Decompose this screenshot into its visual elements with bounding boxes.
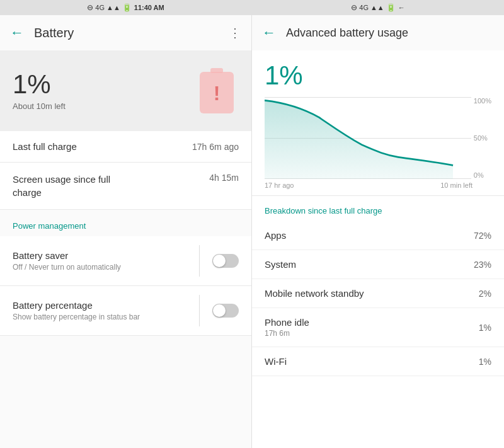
apps-info: Apps xyxy=(265,230,474,241)
toggle-knob-1 xyxy=(213,255,226,267)
circle-icon-left: ⊖ xyxy=(87,3,93,12)
battery-percent: 1% xyxy=(13,71,66,98)
wifi-icon-left: ▲▲ xyxy=(106,4,120,11)
battery-icon-left: 🔋 xyxy=(122,3,132,12)
battery-saver-toggle[interactable] xyxy=(212,254,239,268)
battery-icon-right: 🔋 xyxy=(386,3,396,12)
signal-icon-left: 4G xyxy=(95,4,105,11)
battery-pct-label: Battery percentage xyxy=(13,300,186,311)
power-management-title: Power management xyxy=(13,221,86,231)
system-name: System xyxy=(265,259,474,270)
screen-usage-value: 4h 15m xyxy=(209,173,239,183)
chart-time-labels: 17 hr ago 10 min left xyxy=(265,181,491,189)
wifi-name: Wi-Fi xyxy=(265,356,479,367)
phone-idle-info: Phone idle 17h 6m xyxy=(265,317,479,338)
mobile-name: Mobile network standby xyxy=(265,288,479,299)
apps-name: Apps xyxy=(265,230,474,241)
apps-pct: 72% xyxy=(474,231,491,241)
svg-rect-1 xyxy=(210,68,223,73)
battery-saver-info: Battery saver Off / Never turn on automa… xyxy=(13,250,186,272)
chart-area: 100% 50% 0% xyxy=(265,97,491,179)
wifi-info: Wi-Fi xyxy=(265,356,479,367)
toggle-knob-2 xyxy=(213,304,226,317)
circle-icon-right: ⊖ xyxy=(351,3,357,12)
setting-screen-usage: Screen usage since full charge 4h 15m xyxy=(0,163,251,210)
battery-pct-sublabel: Show battery percentage in status bar xyxy=(13,313,186,321)
breakdown-wifi[interactable]: Wi-Fi 1% xyxy=(252,347,504,376)
phone-idle-pct: 1% xyxy=(479,323,491,333)
chart-time-end: 10 min left xyxy=(440,181,472,189)
setting-last-charge: Last full charge 17h 6m ago xyxy=(0,131,251,163)
last-charge-label: Last full charge xyxy=(13,141,185,152)
divider-1 xyxy=(199,245,200,277)
divider-2 xyxy=(199,295,200,326)
system-info: System xyxy=(265,259,474,270)
back-button-right[interactable]: ← xyxy=(262,25,276,41)
system-pct: 23% xyxy=(474,260,491,270)
chart-label-50: 50% xyxy=(474,134,491,142)
mobile-pct: 2% xyxy=(479,289,491,299)
breakdown-apps[interactable]: Apps 72% xyxy=(252,221,504,250)
mobile-info: Mobile network standby xyxy=(265,288,479,299)
svg-text:!: ! xyxy=(214,82,220,105)
chart-label-100: 100% xyxy=(474,97,491,105)
status-bar-right: ⊖ 4G ▲▲ 🔋 ← xyxy=(252,0,504,15)
page-title-right: Advanced battery usage xyxy=(286,26,494,40)
battery-percentage-item[interactable]: Battery percentage Show battery percenta… xyxy=(0,286,251,336)
breakdown-header: Breakdown since last full charge xyxy=(252,195,504,221)
wifi-icon-right: ▲▲ xyxy=(370,4,384,11)
right-panel: ⊖ 4G ▲▲ 🔋 ← ← Advanced battery usage 1% xyxy=(252,0,504,448)
battery-time-left: About 10m left xyxy=(13,101,66,111)
battery-info: 1% About 10m left xyxy=(13,71,66,111)
battery-saver-label: Battery saver xyxy=(13,250,186,261)
battery-saver-sublabel: Off / Never turn on automatically xyxy=(13,263,186,272)
signal-icon-right: 4G xyxy=(359,4,369,11)
chart-container: 1% xyxy=(252,50,504,195)
back-button-left[interactable]: ← xyxy=(10,25,24,41)
battery-icon-graphic: ! xyxy=(195,66,239,116)
settings-list: Last full charge 17h 6m ago Screen usage… xyxy=(0,131,251,448)
chart-percent: 1% xyxy=(265,60,491,91)
battery-saver-item[interactable]: Battery saver Off / Never turn on automa… xyxy=(0,236,251,286)
toolbar-left: ← Battery ⋮ xyxy=(0,15,251,50)
status-icons-left: ⊖ 4G ▲▲ 🔋 xyxy=(87,3,131,12)
status-icons-right: ⊖ 4G ▲▲ 🔋 xyxy=(351,3,395,12)
time-right: ← xyxy=(398,4,405,11)
phone-idle-sub: 17h 6m xyxy=(265,329,479,338)
chart-time-start: 17 hr ago xyxy=(265,181,294,189)
time-left: 11:40 AM xyxy=(134,4,164,11)
more-button-left[interactable]: ⋮ xyxy=(229,25,241,40)
status-bar-left: ⊖ 4G ▲▲ 🔋 11:40 AM xyxy=(0,0,251,15)
chart-label-0: 0% xyxy=(474,171,491,179)
breakdown-mobile[interactable]: Mobile network standby 2% xyxy=(252,279,504,308)
chart-svg xyxy=(265,97,471,179)
breakdown-title: Breakdown since last full charge xyxy=(265,206,382,215)
battery-pct-toggle[interactable] xyxy=(212,304,239,318)
wifi-pct: 1% xyxy=(479,357,491,367)
power-management-header: Power management xyxy=(0,210,251,236)
breakdown-phone-idle[interactable]: Phone idle 17h 6m 1% xyxy=(252,308,504,347)
chart-labels-right: 100% 50% 0% xyxy=(474,97,491,179)
last-charge-value: 17h 6m ago xyxy=(192,142,239,152)
toolbar-right: ← Advanced battery usage xyxy=(252,15,504,50)
battery-pct-info: Battery percentage Show battery percenta… xyxy=(13,300,186,321)
page-title-left: Battery xyxy=(34,26,219,40)
battery-header: 1% About 10m left ! xyxy=(0,50,251,131)
breakdown-list: Apps 72% System 23% Mobile network stand… xyxy=(252,221,504,448)
screen-usage-label: Screen usage since full charge xyxy=(13,173,139,199)
breakdown-system[interactable]: System 23% xyxy=(252,250,504,279)
phone-idle-name: Phone idle xyxy=(265,317,479,328)
left-panel: ⊖ 4G ▲▲ 🔋 11:40 AM ← Battery ⋮ 1% About … xyxy=(0,0,252,448)
